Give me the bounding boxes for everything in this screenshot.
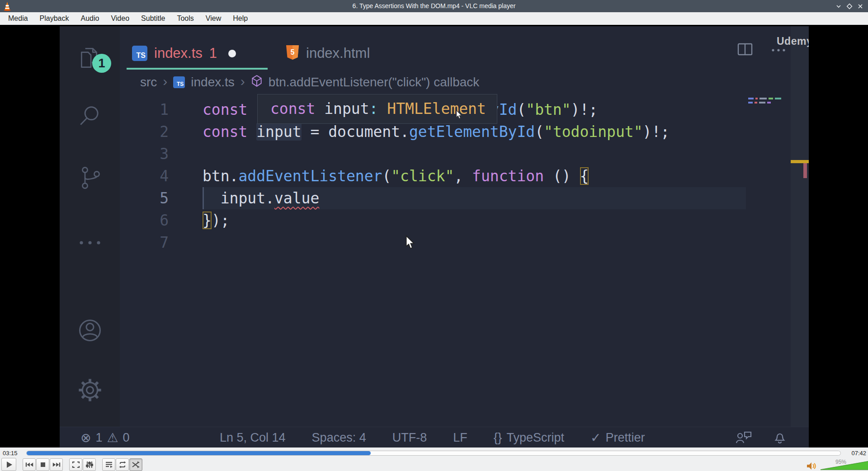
window-title: 6. Type Assertions With the DOM.mp4 - VL… (0, 0, 868, 12)
seek-bar[interactable] (26, 451, 841, 456)
line-number: 2 (60, 121, 169, 143)
chevron-right-icon: › (163, 74, 167, 89)
symbol-cube-icon (251, 75, 263, 90)
overview-ruler-modified-marker (791, 160, 809, 163)
chevron-right-icon: › (241, 74, 245, 89)
menu-item-help[interactable]: Help (227, 12, 254, 25)
code-text: const input = document.getElementById("t… (203, 121, 670, 143)
line-number: 3 (60, 143, 169, 165)
vlc-window: 6. Type Assertions With the DOM.mp4 - VL… (0, 0, 868, 471)
explorer-icon[interactable]: 1 (60, 33, 120, 83)
active-tab-underline (127, 68, 268, 70)
tab-index-ts[interactable]: TS index.ts 1 (132, 40, 236, 67)
status-item-ln-5-col-14[interactable]: Ln 5, Col 14 (220, 431, 286, 445)
menu-item-audio[interactable]: Audio (75, 12, 105, 25)
unsaved-dot-icon[interactable] (228, 50, 236, 57)
seek-fill (27, 451, 371, 455)
tab-label: index.ts (154, 45, 203, 61)
warnings-icon: ⚠ (107, 430, 118, 445)
split-editor-icon[interactable] (737, 42, 753, 58)
typescript-file-icon: TS (173, 76, 185, 88)
menu-bar: MediaPlaybackAudioVideoSubtitleToolsView… (0, 12, 868, 25)
random-button[interactable] (129, 458, 142, 471)
account-icon[interactable] (60, 306, 120, 355)
breadcrumb-file[interactable]: index.ts (191, 75, 235, 89)
line-number: 7 (60, 231, 169, 254)
breadcrumb: src › TS index.ts › btn.addEventListener… (140, 73, 479, 91)
code-text: }); (203, 209, 230, 231)
problems-indicator[interactable]: ⊗1⚠0 (80, 427, 130, 447)
typescript-file-icon: TS (132, 46, 147, 61)
next-button[interactable] (50, 458, 63, 471)
feedback-icon[interactable] (736, 430, 752, 447)
code-line-5[interactable]: 5 input.value (60, 187, 746, 209)
status-item-typescript[interactable]: {}TypeScript (494, 430, 564, 445)
playlist-button[interactable] (102, 458, 115, 471)
status-errors[interactable]: ⊗1 (80, 430, 103, 445)
menu-item-view[interactable]: View (200, 12, 227, 25)
tab-problem-badge: 1 (209, 45, 217, 61)
status-warnings[interactable]: ⚠0 (107, 430, 130, 445)
status-bar: ⊗1⚠0 Ln 5, Col 14Spaces: 4UTF-8LF{}TypeS… (60, 427, 809, 447)
volume-percent-label: 95% (835, 459, 846, 465)
status-items: Ln 5, Col 14Spaces: 4UTF-8LF{}TypeScript… (220, 427, 645, 447)
status-item-lf[interactable]: LF (453, 431, 467, 445)
maximize-button[interactable] (846, 3, 853, 9)
code-line-3[interactable]: 3 (60, 143, 746, 165)
code-line-6[interactable]: 6}); (60, 209, 746, 231)
volume-speaker-icon[interactable] (807, 462, 817, 471)
loop-button[interactable] (116, 458, 129, 471)
code-line-2[interactable]: 2const input = document.getElementById("… (60, 121, 746, 143)
play-button[interactable] (1, 458, 16, 471)
code-line-4[interactable]: 4btn.addEventListener("click", function … (60, 165, 746, 187)
udemy-watermark: Udemy (777, 35, 809, 47)
settings-gear-icon[interactable] (60, 365, 120, 415)
tab-label: index.html (306, 45, 370, 61)
breadcrumb-src[interactable]: src (140, 75, 157, 89)
minimap[interactable] (748, 98, 781, 99)
overview-ruler-error-marker (803, 163, 807, 178)
status-item-prettier[interactable]: ✓Prettier (590, 430, 645, 445)
scrollbar[interactable] (791, 26, 809, 427)
time-total: 07:42 (851, 450, 866, 457)
time-elapsed: 03:15 (3, 450, 18, 457)
video-mouse-cursor (456, 110, 462, 121)
code-line-7[interactable]: 7 (60, 231, 746, 254)
menu-item-playback[interactable]: Playback (34, 12, 75, 25)
mouse-cursor (405, 235, 415, 251)
errors-icon: ⊗ (80, 430, 91, 445)
vscode-frame: 1 (60, 26, 809, 447)
fullscreen-button[interactable] (69, 458, 82, 471)
video-area[interactable]: 1 (0, 25, 868, 447)
line-number: 4 (60, 165, 169, 187)
code-text: btn.addEventListener("click", function (… (203, 165, 589, 187)
close-button[interactable] (857, 3, 863, 9)
tab-index-html[interactable]: 5 index.html (286, 40, 370, 67)
line-number: 5 (60, 187, 169, 209)
extended-settings-button[interactable] (83, 458, 96, 471)
title-bar: 6. Type Assertions With the DOM.mp4 - VL… (0, 0, 868, 12)
explorer-badge: 1 (92, 54, 111, 73)
code-text: input.value (203, 187, 746, 209)
minimize-button[interactable] (835, 3, 842, 9)
breadcrumb-symbol[interactable]: btn.addEventListener("click") callback (269, 75, 480, 89)
status-item-utf-8[interactable]: UTF-8 (392, 431, 427, 445)
svg-text:5: 5 (291, 48, 295, 56)
menu-item-media[interactable]: Media (2, 12, 34, 25)
line-number: 6 (60, 209, 169, 231)
previous-button[interactable] (23, 458, 36, 471)
menu-item-tools[interactable]: Tools (171, 12, 199, 25)
menu-item-video[interactable]: Video (105, 12, 135, 25)
stop-button[interactable] (36, 458, 49, 471)
menu-item-subtitle[interactable]: Subtitle (135, 12, 171, 25)
html5-file-icon: 5 (286, 45, 299, 62)
line-number: 1 (60, 99, 169, 121)
minimap-row (748, 102, 771, 104)
notifications-bell-icon[interactable] (773, 430, 787, 447)
status-item-spaces-4[interactable]: Spaces: 4 (312, 431, 366, 445)
